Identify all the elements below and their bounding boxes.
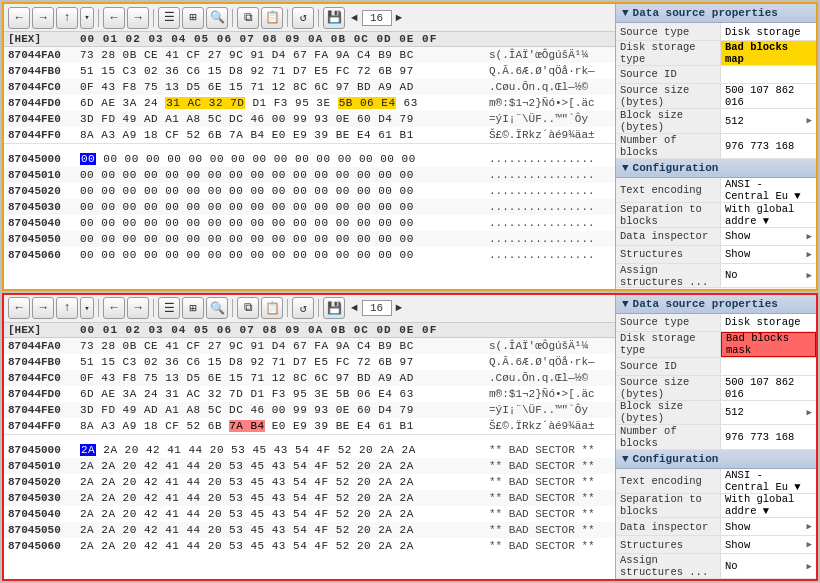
sep5-before [318,9,319,27]
num-blocks-row-before: Number of blocks 976 773 168 [616,134,816,159]
hex-addr: 87045030 [8,200,80,214]
paste-btn-after[interactable]: 📋 [261,297,283,319]
hex-row[interactable]: 87045020 2A 2A 20 42 41 44 20 53 45 43 5… [4,474,615,490]
hex-row[interactable]: 87044FC0 0F 43 F8 75 13 D5 6E 15 71 12 8… [4,79,615,95]
hex-bytes: 00 00 00 00 00 00 00 00 00 00 00 00 00 0… [80,248,481,262]
list-btn-after[interactable]: ☰ [158,297,180,319]
after-panel: ← → ↑ ▾ ← → ☰ ⊞ 🔍 ⧉ 📋 ↺ 💾 ◄ [2,293,818,582]
back-btn-before[interactable]: ← [8,7,30,29]
hex-row[interactable]: 87044FA0 73 28 0B CE 41 CF 27 9C 91 D4 6… [4,338,615,354]
hex-addr: 87045060 [8,539,80,553]
up-btn-before[interactable]: ↑ [56,7,78,29]
hex-row[interactable]: 87045000 2A 2A 20 42 41 44 20 53 45 43 5… [4,442,615,458]
search-btn-after[interactable]: 🔍 [206,297,228,319]
text-encoding-value-before[interactable]: ANSI - Central Eu ▼ [721,178,816,202]
grid-btn-before[interactable]: ⊞ [182,7,204,29]
offset-value-before[interactable]: 16 [362,10,392,26]
dropdown-btn-after[interactable]: ▾ [80,297,94,319]
offset-left-arrow[interactable]: ◄ [351,12,358,24]
nav-back-before[interactable]: ← [103,7,125,29]
paste-btn-before[interactable]: 📋 [261,7,283,29]
hex-row[interactable]: 87045010 2A 2A 20 42 41 44 20 53 45 43 5… [4,458,615,474]
hex-row[interactable]: 87045010 00 00 00 00 00 00 00 00 00 00 0… [4,167,615,183]
hex-bytes: 00 00 00 00 00 00 00 00 00 00 00 00 00 0… [80,184,481,198]
hex-row[interactable]: 87044FD0 6D AE 3A 24 31 AC 32 7D D1 F3 9… [4,386,615,402]
hex-text: m®:$1¬2}Ñó•>[.äc [481,387,611,401]
nav-fwd-before[interactable]: → [127,7,149,29]
assign-structures-value-after[interactable]: No ▶ [721,554,816,578]
hex-row[interactable]: 87044FF0 8A A3 A9 18 CF 52 6B 7A B4 E0 E… [4,127,615,143]
hex-row[interactable]: 87045040 2A 2A 20 42 41 44 20 53 45 43 5… [4,506,615,522]
hex-row[interactable]: 87044FD0 6D AE 3A 24 31 AC 32 7D D1 F3 9… [4,95,615,111]
hex-addr: 87044FF0 [8,419,80,433]
hex-row[interactable]: 87045040 00 00 00 00 00 00 00 00 00 00 0… [4,215,615,231]
nav-back-after[interactable]: ← [103,297,125,319]
nav-fwd-after[interactable]: → [127,297,149,319]
offset-right-arrow-after[interactable]: ► [396,302,403,314]
hex-row[interactable]: 87045020 00 00 00 00 00 00 00 00 00 00 0… [4,183,615,199]
hex-row[interactable]: 87045050 2A 2A 20 42 41 44 20 53 45 43 5… [4,522,615,538]
hex-empty-row [4,434,615,442]
hex-row[interactable]: 87044FA0 73 28 0B CE 41 CF 27 9C 91 D4 6… [4,47,615,63]
offset-value-after[interactable]: 16 [362,300,392,316]
disk-storage-type-row-after: Disk storage type Bad blocks mask [616,332,816,358]
hex-addr: 87044FD0 [8,387,80,401]
sep-blocks-value-after[interactable]: With global addre ▼ [721,494,816,518]
grid-btn-after[interactable]: ⊞ [182,297,204,319]
text-encoding-value-after[interactable]: ANSI - Central Eu ▼ [721,469,816,493]
hex-row[interactable]: 87044FE0 3D FD 49 AD A1 A8 5C DC 46 00 9… [4,111,615,127]
hex-row[interactable]: 87044FE0 3D FD 49 AD A1 A8 5C DC 46 00 9… [4,402,615,418]
source-id-row-before: Source ID [616,66,816,84]
num-blocks-row-after: Number of blocks 976 773 168 [616,425,816,450]
block-size-row-after: Block size (bytes) 512 ▶ [616,401,816,426]
data-inspector-value-after[interactable]: Show ▶ [721,518,816,535]
source-size-row-before: Source size (bytes) 500 107 862 016 [616,84,816,109]
block-size-value-after[interactable]: 512 ▶ [721,401,816,425]
data-inspector-value-before[interactable]: Show ▶ [721,228,816,245]
sep3-after [232,299,233,317]
save-btn-before[interactable]: 💾 [323,7,345,29]
offset-right-arrow[interactable]: ► [396,12,403,24]
hex-row[interactable]: 87045050 00 00 00 00 00 00 00 00 00 00 0… [4,231,615,247]
structures-value-before[interactable]: Show ▶ [721,246,816,263]
refresh-btn-after[interactable]: ↺ [292,297,314,319]
hex-addr: 87045010 [8,168,80,182]
source-type-value-after: Disk storage [721,314,816,331]
copy-btn-after[interactable]: ⧉ [237,297,259,319]
hex-row[interactable]: 87045060 00 00 00 00 00 00 00 00 00 00 0… [4,247,615,263]
hex-row[interactable]: 87045000 00 00 00 00 00 00 00 00 00 00 0… [4,151,615,167]
hex-bytes: 0F 43 F8 75 13 D5 6E 15 71 12 8C 6C 97 B… [80,371,481,385]
hex-text: Q.Ã.6Æ.Ø'qÖå·rk— [481,355,611,369]
assign-structures-value-before[interactable]: No ▶ [721,264,816,288]
after-toolbar: ← → ↑ ▾ ← → ☰ ⊞ 🔍 ⧉ 📋 ↺ 💾 ◄ [4,295,615,323]
after-header-text [481,324,611,336]
fwd-btn-before[interactable]: → [32,7,54,29]
hex-addr: 87044FA0 [8,48,80,62]
hex-row[interactable]: 87044FF0 8A A3 A9 18 CF 52 6B 7A B4 E0 E… [4,418,615,434]
hex-row[interactable]: 87045030 2A 2A 20 42 41 44 20 53 45 43 5… [4,490,615,506]
up-btn-after[interactable]: ↑ [56,297,78,319]
hex-row[interactable]: 87045030 00 00 00 00 00 00 00 00 00 00 0… [4,199,615,215]
dropdown-btn-before[interactable]: ▾ [80,7,94,29]
copy-btn-before[interactable]: ⧉ [237,7,259,29]
list-btn-before[interactable]: ☰ [158,7,180,29]
fwd-btn-after[interactable]: → [32,297,54,319]
hex-row[interactable]: 87045060 2A 2A 20 42 41 44 20 53 45 43 5… [4,538,615,554]
sep-blocks-value-before[interactable]: With global addre ▼ [721,203,816,227]
search-btn-before[interactable]: 🔍 [206,7,228,29]
save-btn-after[interactable]: 💾 [323,297,345,319]
refresh-btn-before[interactable]: ↺ [292,7,314,29]
after-left-panel: ← → ↑ ▾ ← → ☰ ⊞ 🔍 ⧉ 📋 ↺ 💾 ◄ [4,295,616,580]
hex-row[interactable]: 87044FB0 51 15 C3 02 36 C6 15 D8 92 71 D… [4,63,615,79]
hex-bytes: 73 28 0B CE 41 CF 27 9C 91 D4 67 FA 9A C… [80,48,481,62]
sep2-after [153,299,154,317]
before-header-text [481,33,611,45]
block-size-arrow-before[interactable]: ▶ [807,115,812,126]
hex-row[interactable]: 87044FC0 0F 43 F8 75 13 D5 6E 15 71 12 8… [4,370,615,386]
structures-value-after[interactable]: Show ▶ [721,536,816,553]
back-btn-after[interactable]: ← [8,297,30,319]
offset-left-arrow-after[interactable]: ◄ [351,302,358,314]
hex-text: ** BAD SECTOR ** [481,539,611,553]
data-source-section-before: ▼ Data source properties [616,4,816,23]
hex-row[interactable]: 87044FB0 51 15 C3 02 36 C6 15 D8 92 71 D… [4,354,615,370]
